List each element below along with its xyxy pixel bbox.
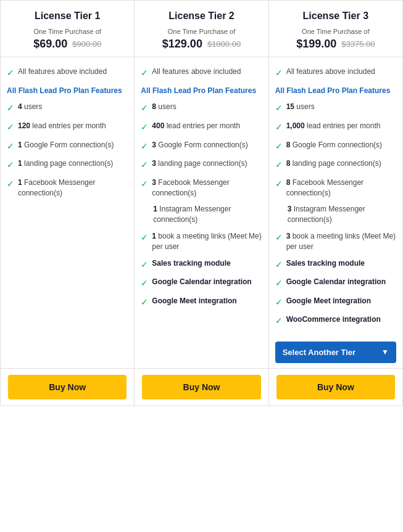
tier-header-3: License Tier 3One Time Purchase of$199.0… bbox=[269, 1, 402, 57]
price-original-1: $900.00 bbox=[72, 39, 101, 49]
check-icon: ✓ bbox=[275, 141, 283, 153]
tier-title-1: License Tier 1 bbox=[8, 10, 127, 22]
check-icon: ✓ bbox=[141, 159, 148, 171]
feature-item-3-2: ✓15 users bbox=[275, 99, 396, 118]
check-icon: ✓ bbox=[275, 121, 283, 134]
feature-item-2-10: ✓Google Calendar integration bbox=[141, 274, 262, 293]
check-icon: ✓ bbox=[141, 178, 148, 190]
check-icon: ✓ bbox=[141, 297, 148, 309]
feature-text-3-0: All features above included bbox=[286, 67, 396, 77]
price-current-2: $129.00 bbox=[162, 38, 202, 51]
feature-text-3-9: Sales tracking module bbox=[286, 258, 396, 269]
feature-item-3-1: All Flash Lead Pro Plan Features bbox=[275, 83, 396, 99]
check-icon: ✓ bbox=[275, 159, 283, 171]
feature-item-1-6: ✓1 Facebook Messenger connection(s) bbox=[7, 174, 128, 202]
feature-text-1-5: 1 landing page connection(s) bbox=[18, 158, 128, 169]
feature-text-1-3: 120 lead entries per month bbox=[18, 121, 128, 131]
select-tier-button[interactable]: Select Another Tier▼ bbox=[275, 342, 396, 363]
feature-link-3[interactable]: All Flash Lead Pro Plan Features bbox=[275, 86, 391, 96]
tier-body-3: ✓All features above includedAll Flash Le… bbox=[269, 57, 402, 337]
feature-item-3-6: ✓8 Facebook Messenger connection(s) bbox=[275, 174, 396, 202]
check-icon: ✓ bbox=[141, 67, 148, 80]
feature-item-2-1: All Flash Lead Pro Plan Features bbox=[141, 83, 262, 99]
tier-footer-1: Buy Now bbox=[1, 368, 134, 406]
feature-item-2-9: ✓Sales tracking module bbox=[141, 255, 262, 274]
tier-body-2: ✓All features above includedAll Flash Le… bbox=[135, 57, 268, 368]
feature-item-3-7: 3 Instagram Messenger connection(s) bbox=[275, 201, 396, 228]
feature-text-3-2: 15 users bbox=[286, 102, 396, 112]
price-row-1: $69.00$900.00 bbox=[8, 38, 127, 51]
feature-text-1-6: 1 Facebook Messenger connection(s) bbox=[18, 178, 128, 198]
price-label-1: One Time Purchase of bbox=[8, 28, 127, 35]
feature-text-1-0: All features above included bbox=[18, 67, 128, 77]
tier-col-3: License Tier 3One Time Purchase of$199.0… bbox=[269, 0, 403, 406]
check-icon: ✓ bbox=[7, 178, 14, 190]
feature-item-3-4: ✓8 Google Form connection(s) bbox=[275, 137, 396, 156]
check-icon: ✓ bbox=[7, 141, 14, 153]
feature-text-2-0: All features above included bbox=[152, 67, 262, 77]
feature-text-3-3: 1,000 lead entries per month bbox=[286, 121, 396, 131]
feature-item-2-8: ✓1 book a meeting links (Meet Me) per us… bbox=[141, 228, 262, 255]
tier-header-1: License Tier 1One Time Purchase of$69.00… bbox=[1, 1, 134, 57]
check-icon: ✓ bbox=[275, 102, 283, 115]
tier-col-2: License Tier 2One Time Purchase of$129.0… bbox=[135, 0, 268, 406]
check-icon: ✓ bbox=[275, 297, 283, 309]
price-row-2: $129.00$1800.00 bbox=[142, 38, 260, 51]
feature-text-1-4: 1 Google Form connection(s) bbox=[18, 140, 128, 150]
buy-now-button-2[interactable]: Buy Now bbox=[142, 375, 260, 399]
feature-text-3-6: 8 Facebook Messenger connection(s) bbox=[286, 178, 396, 198]
feature-text-3-4: 8 Google Form connection(s) bbox=[286, 140, 396, 150]
check-icon: ✓ bbox=[141, 259, 148, 271]
price-row-3: $199.00$3375.00 bbox=[276, 38, 395, 51]
feature-item-3-10: ✓Google Calendar integration bbox=[275, 274, 396, 293]
select-tier-wrapper: Select Another Tier▼ bbox=[269, 337, 402, 368]
feature-text-2-9: Sales tracking module bbox=[152, 258, 262, 269]
feature-item-2-3: ✓400 lead entries per month bbox=[141, 118, 262, 137]
feature-text-2-11: Google Meet integration bbox=[152, 296, 262, 306]
check-icon: ✓ bbox=[275, 232, 283, 244]
price-original-2: $1800.00 bbox=[207, 39, 241, 49]
feature-text-2-10: Google Calendar integration bbox=[152, 277, 262, 287]
feature-item-1-5: ✓1 landing page connection(s) bbox=[7, 155, 128, 174]
feature-link-2[interactable]: All Flash Lead Pro Plan Features bbox=[141, 86, 256, 96]
buy-now-button-1[interactable]: Buy Now bbox=[8, 375, 127, 399]
check-icon: ✓ bbox=[141, 232, 148, 244]
feature-item-3-8: ✓3 book a meeting links (Meet Me) per us… bbox=[275, 228, 396, 255]
tier-footer-2: Buy Now bbox=[135, 368, 268, 406]
check-icon: ✓ bbox=[7, 121, 14, 134]
feature-item-3-11: ✓Google Meet integration bbox=[275, 293, 396, 312]
buy-now-button-3[interactable]: Buy Now bbox=[276, 375, 395, 399]
feature-item-1-1: All Flash Lead Pro Plan Features bbox=[7, 83, 128, 99]
check-icon: ✓ bbox=[7, 159, 14, 171]
check-icon: ✓ bbox=[141, 141, 148, 153]
feature-item-1-0: ✓All features above included bbox=[7, 63, 128, 83]
pricing-grid: License Tier 1One Time Purchase of$69.00… bbox=[0, 0, 403, 406]
feature-text-3-8: 3 book a meeting links (Meet Me) per use… bbox=[286, 231, 396, 252]
check-icon: ✓ bbox=[275, 277, 283, 290]
feature-text-3-10: Google Calendar integration bbox=[286, 277, 396, 287]
feature-item-2-5: ✓3 landing page connection(s) bbox=[141, 155, 262, 174]
price-current-1: $69.00 bbox=[33, 38, 67, 51]
tier-header-2: License Tier 2One Time Purchase of$129.0… bbox=[135, 1, 268, 57]
feature-item-2-2: ✓8 users bbox=[141, 99, 262, 118]
feature-link-1[interactable]: All Flash Lead Pro Plan Features bbox=[7, 86, 122, 96]
feature-text-3-7: 3 Instagram Messenger connection(s) bbox=[288, 204, 396, 225]
feature-item-3-3: ✓1,000 lead entries per month bbox=[275, 118, 396, 137]
tier-title-2: License Tier 2 bbox=[142, 10, 260, 22]
feature-text-2-5: 3 landing page connection(s) bbox=[152, 158, 262, 169]
feature-item-1-2: ✓4 users bbox=[7, 99, 128, 118]
price-current-3: $199.00 bbox=[296, 38, 336, 51]
feature-text-2-8: 1 book a meeting links (Meet Me) per use… bbox=[152, 231, 262, 252]
feature-item-3-12: ✓WooCommerce integration bbox=[275, 311, 396, 330]
check-icon: ✓ bbox=[275, 67, 283, 80]
feature-text-2-3: 400 lead entries per month bbox=[152, 121, 262, 131]
select-tier-label: Select Another Tier bbox=[283, 348, 355, 357]
tier-title-3: License Tier 3 bbox=[276, 10, 395, 22]
feature-item-2-6: ✓3 Facebook Messenger connection(s) bbox=[141, 174, 262, 202]
feature-text-2-6: 3 Facebook Messenger connection(s) bbox=[152, 178, 262, 198]
feature-item-2-0: ✓All features above included bbox=[141, 63, 262, 83]
tier-body-1: ✓All features above includedAll Flash Le… bbox=[1, 57, 134, 368]
check-icon: ✓ bbox=[7, 67, 14, 80]
check-icon: ✓ bbox=[141, 277, 148, 290]
feature-item-2-11: ✓Google Meet integration bbox=[141, 293, 262, 312]
